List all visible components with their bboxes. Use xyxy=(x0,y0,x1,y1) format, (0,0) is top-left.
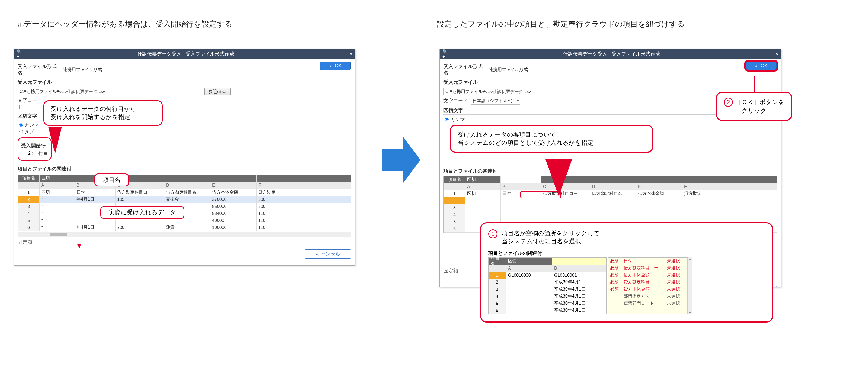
chevron-up-icon[interactable]: ▲ xyxy=(689,258,691,261)
chevron-down-icon[interactable]: ▼ xyxy=(689,311,691,314)
callout-actualdata: 実際に受け入れるデータ xyxy=(100,206,184,219)
table-row[interactable]: 3*平成30年4月1日 xyxy=(489,286,606,293)
zoom-text: 項目名が空欄の箇所をクリックして、 当システム側の項目名を選択 xyxy=(502,229,606,245)
badge-two: 2 xyxy=(724,98,733,107)
zoom-grid: 項目名 区切 A B 1 GL0010000 GL0010001 2*平成30年… xyxy=(488,258,765,314)
callout-mapping-text: 受け入れるデータの各項目について、 当システムのどの項目として受け入れるかを指定 xyxy=(458,131,645,147)
grid-header-item: 項目名 xyxy=(18,175,40,182)
spinner-buttons[interactable]: ▲▼ xyxy=(32,151,34,156)
format-name-label: 受入ファイル形式名 xyxy=(18,63,61,76)
radio-tab-input[interactable] xyxy=(19,130,23,133)
file-path-field[interactable]: C:¥連携用ファイル¥○○○仕訳伝票データ.csv xyxy=(18,88,202,95)
table-row[interactable]: 2 * 年4月1日 135 売掛金 270000 500 xyxy=(18,196,351,203)
zoom-left-grid[interactable]: 項目名 区切 A B 1 GL0010000 GL0010001 2*平成30年… xyxy=(488,258,607,314)
startrow-value[interactable] xyxy=(23,151,31,156)
callout-ok-text: ［ＯＫ］ボタンを クリック xyxy=(736,99,784,114)
table-row[interactable]: 4 xyxy=(444,211,777,218)
charset-select[interactable]: 日本語（シフト JIS） xyxy=(471,97,520,105)
section-mapping: 項目とファイルの関連付 xyxy=(443,168,777,174)
section-source: 受入元ファイル xyxy=(443,79,777,86)
close-icon[interactable]: × xyxy=(775,51,778,57)
empty-mapping-highlight xyxy=(520,191,561,198)
col-f: F xyxy=(257,182,351,189)
table-row[interactable]: 6 * 年4月1日 700 運賃 100000 110 xyxy=(18,224,351,231)
startrow-spinner[interactable]: ▲▼ xyxy=(21,149,35,157)
table-row[interactable]: 5*平成30年4月1日 xyxy=(489,300,606,307)
table-row[interactable]: 4 * 834000 110 xyxy=(18,210,351,217)
zoom-section-header: 項目とファイルの関連付 xyxy=(488,250,765,257)
charset-label: 文字コード xyxy=(443,98,471,104)
big-arrow-icon xyxy=(382,136,421,184)
radio-comma[interactable]: カンマ xyxy=(445,117,465,122)
table-row[interactable]: 1 GL0010000 GL0010001 xyxy=(489,272,606,279)
titlebar: 🔍+ 仕訳伝票データ受入 - 受入ファイル形式作成 × xyxy=(14,49,355,59)
mapping-grid-left[interactable]: 項目名 区切 A B C D E F 1 区切 日付 借方勘 xyxy=(18,174,351,232)
callout-itemname: 項目名 xyxy=(94,173,129,186)
section-startrow: 受入開始行 xyxy=(21,142,48,149)
radio-tab-label: タブ xyxy=(24,129,34,134)
search-add-icon[interactable]: 🔍+ xyxy=(17,49,22,59)
caption-right: 設定したファイルの中の項目と、勘定奉行クラウドの項目を紐づけする xyxy=(437,19,685,29)
col-e: E xyxy=(211,182,257,189)
ok-callout-connector xyxy=(754,76,755,92)
grid-header-item: 項目名 xyxy=(444,176,465,183)
startrow-suffix: 行目 xyxy=(38,150,48,156)
file-path-field[interactable]: C:¥連携用ファイル¥○○○仕訳伝票データ.csv xyxy=(443,88,628,95)
section-fixed-left: 固定額 xyxy=(18,239,351,245)
grid-header-a: 区切 xyxy=(40,175,75,182)
caption-left: 元データにヘッダー情報がある場合は、受入開始行を設定する xyxy=(16,19,232,29)
section-source: 受入元ファイル xyxy=(18,79,351,86)
table-row[interactable]: 2 xyxy=(444,197,777,204)
chevron-down-icon[interactable]: ▼ xyxy=(32,154,34,156)
close-icon[interactable]: × xyxy=(349,51,352,57)
callout-ok: 2［ＯＫ］ボタンを クリック xyxy=(716,92,792,121)
callout-mapping-hint: 受け入れるデータの各項目について、 当システムのどの項目として受け入れるかを指定 xyxy=(450,125,653,153)
radio-comma-input[interactable] xyxy=(19,123,23,127)
zoom-callout: 1 項目名が空欄の箇所をクリックして、 当システム側の項目名を選択 項目とファイ… xyxy=(480,222,773,322)
format-name-field[interactable]: 連携用ファイル形式 xyxy=(487,66,568,73)
table-row[interactable]: 6*平成30年4月1日 xyxy=(489,307,606,314)
table-row[interactable]: 3 xyxy=(444,204,777,211)
chevron-up-icon[interactable]: ▲ xyxy=(32,151,34,154)
browse-button[interactable]: 参照(B)... xyxy=(204,88,230,95)
scrollbar-thumb[interactable] xyxy=(51,233,67,236)
table-row[interactable]: 2*平成30年4月1日 xyxy=(489,279,606,286)
radio-comma-input[interactable] xyxy=(445,117,448,121)
red-divider-line xyxy=(18,204,300,204)
badge-one: 1 xyxy=(488,229,497,238)
table-row[interactable]: 4*平成30年4月1日 xyxy=(489,293,606,300)
window-title: 仕訳伝票データ受入 - 受入ファイル形式作成 xyxy=(22,51,349,57)
picklist-scrollbar[interactable]: ▲▼ xyxy=(687,258,692,314)
charset-label: 文字コード xyxy=(18,97,39,110)
svg-marker-0 xyxy=(48,127,62,154)
callout-startrow-hint: 受け入れるデータの何行目から 受け入れを開始するかを指定 xyxy=(43,100,163,126)
callout-pointer-icon xyxy=(48,127,65,157)
format-name-label: 受入ファイル形式名 xyxy=(443,63,487,76)
window-title: 仕訳伝票データ受入 - 受入ファイル形式作成 xyxy=(448,51,775,57)
radio-tab[interactable]: タブ xyxy=(19,129,34,134)
col-d: D xyxy=(164,182,211,189)
section-mapping: 項目とファイルの関連付 xyxy=(18,166,351,173)
radio-comma-label: カンマ xyxy=(450,117,465,122)
arrow-down-icon xyxy=(79,247,80,248)
format-name-field[interactable]: 連携用ファイル形式 xyxy=(61,66,143,73)
startrow-highlight-box: 受入開始行 ▲▼ 行目 xyxy=(18,137,52,161)
window-left: 🔍+ 仕訳伝票データ受入 - 受入ファイル形式作成 × ✔ OK 受入ファイル形… xyxy=(13,49,355,266)
cancel-button[interactable]: キャンセル xyxy=(305,249,351,259)
table-row[interactable]: 5 * 40000 110 xyxy=(18,217,351,224)
zoom-picklist[interactable]: 必須日付未選択 必須借方勘定科目コー未選択 必須借方本体金額未選択 必須貸方勘定… xyxy=(608,258,687,314)
radio-comma[interactable]: カンマ xyxy=(19,122,39,128)
grid-header-a: 区切 xyxy=(465,176,501,183)
search-add-icon[interactable]: 🔍+ xyxy=(442,49,448,59)
radio-comma-label: カンマ xyxy=(24,122,39,128)
zoom-item-header: 項目名 xyxy=(489,258,506,265)
col-a: A xyxy=(40,182,75,189)
h-scrollbar[interactable] xyxy=(18,232,351,237)
svg-marker-1 xyxy=(382,137,421,183)
titlebar: 🔍+ 仕訳伝票データ受入 - 受入ファイル形式作成 × xyxy=(440,49,781,59)
